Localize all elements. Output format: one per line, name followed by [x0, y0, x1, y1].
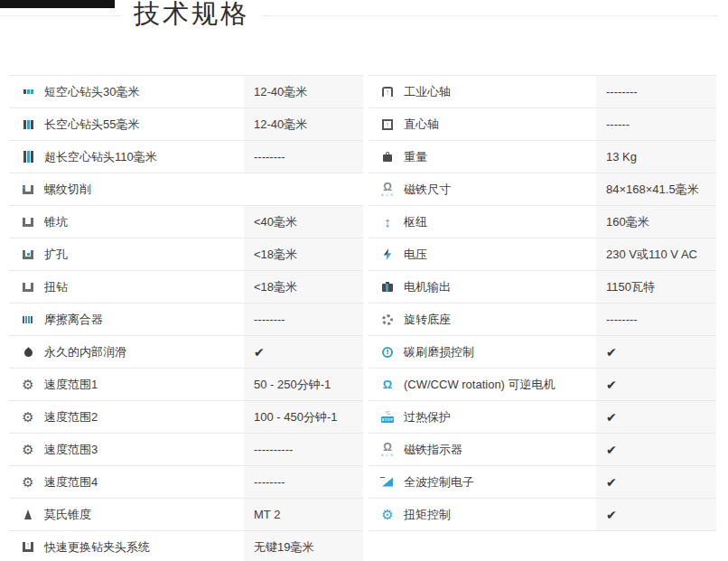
- straight-spindle-icon: [379, 117, 396, 132]
- spec-label-cell: 全波控制电子: [369, 466, 596, 498]
- voltage-icon: [379, 248, 396, 262]
- spec-label-cell: 扩孔: [9, 238, 244, 270]
- spec-label-cell: (CW/CCW rotation) 可逆电机: [369, 369, 596, 400]
- rotation-icon: [379, 378, 396, 392]
- twist-drill-icon: [20, 280, 36, 295]
- spec-label: 电压: [404, 247, 427, 263]
- spec-label-cell: 重量: [369, 141, 596, 173]
- page-title: 技术规格: [121, 0, 262, 32]
- check-mark-icon: ✔: [254, 345, 265, 360]
- spec-row: 扩孔<18毫米: [9, 238, 363, 271]
- spec-label: 速度范围2: [44, 409, 98, 425]
- spec-label-cell: 电压: [369, 238, 596, 270]
- spec-row: 短空心钻头30毫米12-40毫米: [9, 76, 363, 108]
- spec-value-cell: 50 - 250分钟-1: [244, 369, 363, 400]
- magnet-indicator-icon: [379, 443, 396, 457]
- spec-value-cell: --------: [596, 304, 716, 335]
- spec-value-cell: --------: [596, 76, 716, 108]
- countersink-icon: [20, 215, 36, 229]
- spec-row: 永久的内部润滑✔: [9, 336, 363, 369]
- check-mark-icon: ✔: [606, 410, 617, 425]
- spec-label-cell: 工业心轴: [369, 76, 596, 108]
- spec-label-cell: 速度范围2: [9, 401, 244, 433]
- spec-label: 扭矩控制: [404, 507, 451, 523]
- gear-icon: [20, 378, 36, 392]
- spec-label-cell: 长空心钻头55毫米: [9, 108, 244, 140]
- spec-value-cell: 1150瓦特: [596, 271, 716, 303]
- stroke-icon: [379, 215, 396, 229]
- spec-value-cell: 84×168×41.5毫米: [596, 173, 716, 205]
- spec-value-cell: ✔: [596, 401, 716, 433]
- spec-label-cell: 过热保护: [369, 401, 596, 433]
- spec-label: 重量: [404, 149, 427, 165]
- spec-label: 扭钻: [44, 279, 68, 295]
- spec-value-cell: 无键19毫米: [244, 531, 363, 561]
- spec-label: 速度范围1: [44, 377, 98, 393]
- spec-value: 84×168×41.5毫米: [606, 182, 699, 198]
- spec-value-cell: --------: [244, 141, 363, 173]
- spec-label: 碳刷磨损控制: [404, 344, 474, 360]
- industrial-spindle-icon: [379, 85, 396, 99]
- check-mark-icon: ✔: [606, 345, 617, 360]
- spec-value: 1150瓦特: [606, 279, 655, 295]
- check-mark-icon: ✔: [606, 475, 617, 490]
- spec-value-cell: 13 Kg: [596, 141, 716, 173]
- alert-circle-icon: [379, 345, 396, 360]
- core-drill-extra-long-icon: [20, 150, 36, 164]
- spec-row: 旋转底座--------: [369, 304, 716, 336]
- overheat-stop-icon: [379, 410, 396, 425]
- spec-value: 160毫米: [606, 214, 649, 230]
- check-mark-icon: ✔: [606, 378, 617, 392]
- header-divider: [0, 15, 718, 16]
- spec-label-cell: 碳刷磨损控制: [369, 336, 596, 368]
- core-drill-short-icon: [20, 85, 36, 99]
- spec-row: 直心轴------: [369, 108, 716, 141]
- spec-row: 全波控制电子✔: [369, 466, 716, 499]
- swivel-base-icon: [379, 313, 396, 327]
- spec-row: 速度范围150 - 250分钟-1: [9, 369, 363, 401]
- check-mark-icon: ✔: [606, 508, 617, 522]
- spec-value: --------: [254, 475, 285, 489]
- spec-label-cell: 快速更换钻夹头系统: [9, 531, 244, 561]
- core-drill-long-icon: [20, 117, 36, 132]
- spec-value-cell: <40毫米: [244, 206, 363, 238]
- spec-value: --------: [254, 150, 285, 164]
- spec-label-cell: 锥坑: [9, 206, 244, 238]
- weight-icon: [379, 150, 396, 164]
- spec-label-cell: 莫氏锥度: [9, 499, 244, 530]
- spec-value: <40毫米: [254, 214, 297, 230]
- spec-value: --------: [254, 313, 285, 326]
- spec-label: 短空心钻头30毫米: [44, 84, 139, 100]
- spec-row: 速度范围2100 - 450分钟-1: [9, 401, 363, 434]
- spec-label: 速度范围3: [44, 442, 98, 458]
- friction-clutch-icon: [20, 313, 36, 327]
- spec-label-cell: 扭钻: [9, 271, 244, 303]
- spec-row: 电机输出1150瓦特: [369, 271, 716, 304]
- spec-value-cell: 100 - 450分钟-1: [244, 401, 363, 433]
- spec-label-cell: 超长空心钻头110毫米: [9, 141, 244, 173]
- spec-value-cell: [244, 173, 363, 205]
- spec-value-cell: ✔: [596, 434, 716, 465]
- spec-label-cell: 扭矩控制: [369, 499, 596, 530]
- spec-value: 13 Kg: [606, 150, 637, 164]
- spec-value-cell: ✔: [596, 336, 716, 368]
- gear-icon: [20, 410, 36, 425]
- spec-value-cell: ✔: [244, 336, 363, 368]
- spec-value: 100 - 450分钟-1: [254, 409, 338, 425]
- spec-label: 电机输出: [404, 279, 451, 295]
- spec-row: 长空心钻头55毫米12-40毫米: [9, 108, 363, 141]
- spec-label: 过热保护: [404, 409, 451, 425]
- thread-cutting-icon: [20, 182, 36, 197]
- spec-label-cell: 短空心钻头30毫米: [9, 76, 244, 108]
- gear-icon: [20, 475, 36, 490]
- spec-label: 螺纹切削: [44, 182, 91, 198]
- spec-row: 速度范围3----------: [9, 434, 363, 466]
- spec-column-left: 短空心钻头30毫米12-40毫米长空心钻头55毫米12-40毫米超长空心钻头11…: [9, 75, 363, 561]
- spec-row: 螺纹切削: [9, 173, 363, 206]
- spec-value-cell: 12-40毫米: [244, 76, 363, 108]
- spec-row: 磁铁指示器✔: [369, 434, 716, 466]
- spec-value: <18毫米: [254, 247, 297, 263]
- spec-value-cell: 160毫米: [596, 206, 716, 238]
- spec-row: 磁铁尺寸84×168×41.5毫米: [369, 173, 716, 206]
- spec-value: --------: [606, 313, 638, 326]
